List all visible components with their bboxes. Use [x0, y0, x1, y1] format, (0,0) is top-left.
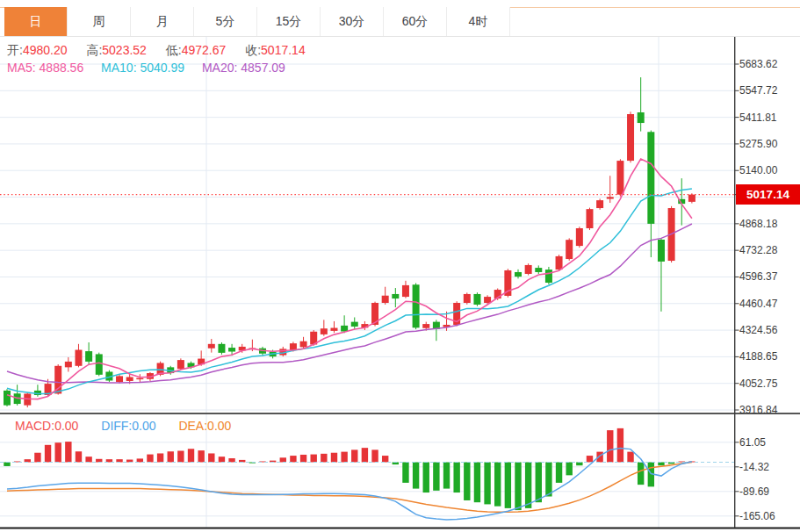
- price-axis-label: 4324.56: [739, 324, 799, 336]
- dea-line: [7, 463, 692, 513]
- ma20-value: 4857.09: [241, 61, 285, 75]
- price-axis-label: 5547.72: [739, 84, 799, 97]
- price-axis-label: 5411.81: [739, 111, 799, 124]
- candlestick-chart[interactable]: [0, 0, 800, 532]
- ma10-label: MA10:: [101, 61, 136, 75]
- ma5-value: 4888.56: [40, 61, 84, 75]
- low-label: 低:: [166, 43, 182, 57]
- open-label: 开:: [7, 43, 23, 57]
- ma10-value: 5040.99: [140, 61, 184, 75]
- macd-histogram-layer: [4, 428, 695, 510]
- price-axis-label: 3916.84: [739, 404, 799, 416]
- macd-axis-label: -165.06: [739, 510, 799, 522]
- macd-axis-label: -89.69: [739, 485, 799, 498]
- price-axis-label: 4868.18: [739, 218, 799, 230]
- price-axis-label: 5140.00: [739, 164, 799, 176]
- price-axis-label: 4460.47: [739, 298, 799, 310]
- high-value: 5023.52: [102, 43, 147, 57]
- open-value: 4980.20: [23, 43, 68, 57]
- close-value: 5017.14: [261, 43, 306, 57]
- ohlc-legend: 开:4980.20 高:5023.52 低:4972.67 收:5017.14: [7, 43, 321, 59]
- dea-label: DEA:: [178, 419, 207, 433]
- macd-legend: MACD:0.00 DIFF:0.00 DEA:0.00: [15, 419, 250, 433]
- ma5-label: MA5:: [7, 61, 36, 75]
- diff-value: 0.00: [132, 419, 155, 433]
- dea-value: 0.00: [207, 419, 231, 433]
- price-axis-label: 4052.75: [739, 377, 799, 390]
- diff-label: DIFF:: [101, 419, 132, 433]
- current-price-tag: 5017.14: [736, 184, 800, 205]
- high-label: 高:: [86, 43, 102, 57]
- close-label: 收:: [245, 43, 261, 57]
- ma20-label: MA20:: [202, 61, 237, 75]
- macd-axis-label: -14.32: [739, 461, 799, 473]
- macd-axis-label: 61.05: [739, 436, 799, 449]
- price-axis-label: 4732.28: [739, 244, 799, 256]
- price-axis-label: 5683.62: [739, 58, 799, 70]
- macd-label: MACD:: [15, 419, 54, 433]
- price-axis-label: 5275.90: [739, 138, 799, 150]
- macd-value: 0.00: [54, 419, 78, 433]
- price-axis-label: 4188.65: [739, 350, 799, 363]
- current-price-value: 5017.14: [746, 188, 789, 201]
- price-axis-label: 4596.37: [739, 270, 799, 283]
- low-value: 4972.67: [182, 43, 227, 57]
- candles-layer: [4, 77, 695, 407]
- ma-legend: MA5: 4888.56 MA10: 5040.99 MA20: 4857.09: [7, 61, 299, 75]
- borders-layer: [0, 37, 800, 528]
- kline-chart-app: 日周月5分15分30分60分4时 开:4980.20 高:5023.52 低:4…: [0, 0, 800, 532]
